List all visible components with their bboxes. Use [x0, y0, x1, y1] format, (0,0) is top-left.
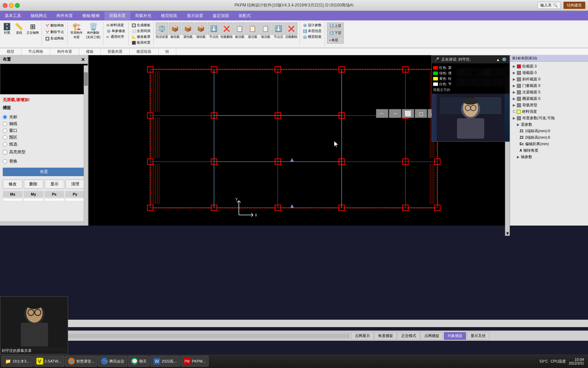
- tb-node-dead[interactable]: ⬇️ 节点恒: [208, 22, 220, 39]
- tree-z1[interactable]: Z1 1端标高(mm):0: [511, 128, 587, 134]
- lecture-settings[interactable]: ⚙️: [502, 57, 507, 62]
- modify-btn[interactable]: 修改: [3, 180, 22, 189]
- menu-floor-assembly[interactable]: 楼层组装: [156, 12, 182, 20]
- tb-modify-thick[interactable]: 📐修改板厚: [131, 34, 151, 40]
- menu-load-placement[interactable]: 荷载布置: [104, 12, 130, 20]
- tree-z2[interactable]: Z2 2端标高(mm):0: [511, 134, 587, 141]
- construct-button[interactable]: 结构建筑: [564, 2, 585, 9]
- menu-appraisal[interactable]: 鉴定加固: [208, 12, 234, 20]
- task-chat[interactable]: 💬 聊天: [128, 356, 150, 367]
- btn-show-cross[interactable]: 显示叉丝: [467, 332, 489, 340]
- nav-deselect[interactable]: ◻: [415, 109, 427, 118]
- scrollbar-thumb[interactable]: [84, 72, 88, 86]
- radio-fence[interactable]: 围区: [3, 135, 85, 140]
- tree-layout-params[interactable]: ▶ 布置参数(可改,可拖: [511, 115, 587, 121]
- radio-line-sel-input[interactable]: [3, 142, 7, 147]
- btn-point-display[interactable]: 点网显示: [351, 332, 374, 340]
- tb-dead-del[interactable]: ❌ 恒载删除: [220, 22, 233, 39]
- btn-object-capture[interactable]: 对象捕捉: [444, 332, 466, 340]
- tb-node-live[interactable]: ⬇️ 节点活: [272, 22, 284, 39]
- tree-secondary-beam[interactable]: ▶ 次梁截面 5: [511, 89, 587, 95]
- clear-btn[interactable]: 清理: [66, 180, 85, 189]
- highlight-checkbox[interactable]: 高亮类型: [3, 149, 85, 155]
- tree-axis-params[interactable]: ▶ 轴参数: [511, 154, 587, 160]
- panel-hscrollbar[interactable]: [0, 221, 88, 226]
- menu-axis-points[interactable]: 轴线网点: [26, 12, 52, 20]
- menu-assembly[interactable]: 装配式: [234, 12, 256, 20]
- arrange-button[interactable]: 布置: [3, 168, 85, 176]
- tb-beam-live[interactable]: 📋 梁活载: [246, 22, 259, 39]
- task-smartclass[interactable]: 🌐 智慧课堂...: [65, 356, 97, 367]
- tb-del-grid[interactable]: ✂️删除网格: [44, 22, 65, 29]
- menu-load-supplement[interactable]: 荷载补充: [130, 12, 156, 20]
- radio-window[interactable]: 窗口: [3, 128, 85, 134]
- tb-all-hole[interactable]: ⬜全房间洞: [131, 28, 151, 34]
- minimize-button[interactable]: [9, 3, 14, 8]
- nav-fwd[interactable]: →: [389, 109, 401, 118]
- highlight-checkbox-input[interactable]: [3, 150, 7, 154]
- radio-fence-input[interactable]: [3, 135, 7, 140]
- tb-gen-slab[interactable]: 🔲生成楼板: [131, 22, 151, 28]
- radio-cursor[interactable]: 光标: [3, 114, 85, 120]
- tb-ortho-btn[interactable]: ⊞ 正交轴网: [25, 22, 40, 36]
- nav-back[interactable]: ←: [376, 109, 388, 118]
- tree-material[interactable]: C 材料强度: [511, 108, 587, 115]
- lecture-minimize[interactable]: ▲: [496, 58, 500, 62]
- task-19[interactable]: 📁 19土木3...: [1, 356, 33, 367]
- maximize-button[interactable]: [15, 3, 20, 8]
- tb-design-params[interactable]: ⚙️设计参数: [302, 22, 323, 28]
- task-tencent[interactable]: 📹 腾讯会议: [98, 356, 127, 367]
- tb-form-grid[interactable]: 🔲形成网格: [44, 35, 65, 42]
- tree-brace-section[interactable]: ▶ 斜杆截面 0: [511, 76, 587, 82]
- tb-single-param[interactable]: ⚙️单参修改: [105, 28, 126, 34]
- btn-angle-capture[interactable]: 角度捕捉: [374, 332, 397, 340]
- tb-slab-hole[interactable]: ⬛板洞布置: [131, 40, 151, 45]
- btn-point-capture[interactable]: 点网捕捉: [421, 332, 443, 340]
- tb-wall-live[interactable]: 📋 墙活载: [259, 22, 272, 39]
- tree-beam-params[interactable]: ▶ 梁参数: [511, 121, 587, 128]
- menu-display-settings[interactable]: 显示设置: [182, 12, 208, 20]
- tree-load-type[interactable]: ▶ 荷载类型: [511, 102, 587, 108]
- btn-ortho[interactable]: 正交模式: [397, 332, 420, 340]
- close-button[interactable]: [3, 3, 7, 8]
- tb-layer-info[interactable]: ℹ️本层信息: [302, 28, 323, 34]
- tb-up-layer[interactable]: ⬆️ 上层: [327, 22, 344, 29]
- radio-line-sel[interactable]: 线选: [3, 141, 85, 147]
- menu-slab-stair[interactable]: 楼板/楼梯: [78, 12, 104, 20]
- clock[interactable]: 10:04 2022/3/31: [569, 357, 584, 365]
- radio-cursor-input[interactable]: [3, 115, 7, 119]
- tb-general-align[interactable]: ⊢通用对齐: [105, 34, 126, 40]
- menu-member-placement[interactable]: 构件布置: [52, 12, 78, 20]
- vscrollbar-down[interactable]: ▼: [505, 231, 510, 236]
- tree-angle[interactable]: A 轴转角度: [511, 147, 587, 154]
- canvas-area[interactable]: X Y 🎤 正在讲话: 刘守庄; ▲ ⚙️ 红色: 梁 绿色: 墙: [88, 55, 510, 226]
- replace-radio[interactable]: [3, 159, 7, 164]
- tb-wall-dead[interactable]: 📦 墙恒载: [195, 22, 207, 39]
- panel-scrollbar[interactable]: [84, 65, 88, 226]
- tb-line-btn[interactable]: 📏 直线: [13, 22, 24, 36]
- tree-column-section[interactable]: ▶ 柱截面 3: [511, 63, 587, 70]
- panel-close-button[interactable]: ✕: [81, 57, 85, 62]
- tree-wall-section[interactable]: ▶ 墙截面 0: [511, 70, 587, 76]
- tb-dead-live-set[interactable]: ⚖️ 恒活设置: [156, 22, 168, 39]
- display-btn[interactable]: 显示: [45, 180, 64, 189]
- radio-axis-input[interactable]: [3, 122, 7, 126]
- tb-floor-assembly[interactable]: 🏢楼层组装: [302, 34, 323, 40]
- input-toggle[interactable]: 输入关 🔍: [537, 2, 561, 9]
- tb-material[interactable]: M材料强度: [105, 22, 126, 28]
- radio-window-input[interactable]: [3, 128, 7, 133]
- tb-single-layer[interactable]: ▪ 单层: [327, 37, 344, 44]
- delete-btn[interactable]: 删除: [24, 180, 44, 189]
- tree-door-section[interactable]: ▶ 门窗截面 0: [511, 82, 587, 89]
- tb-member-del[interactable]: 🗑️ 构件删除(支持三维): [85, 22, 102, 40]
- tb-beam-dead[interactable]: 📦 梁恒载: [182, 22, 194, 39]
- task-word[interactable]: W 2022高...: [150, 356, 180, 367]
- tb-down-layer[interactable]: ⬇️ 下层: [327, 30, 344, 36]
- tb-common-member[interactable]: 🏗️ 常用构件布置: [69, 22, 84, 40]
- radio-axis[interactable]: 轴线: [3, 121, 85, 127]
- tree-ring-beam[interactable]: ▶ 圈梁截面 0: [511, 95, 587, 102]
- tree-ec[interactable]: Ec 偏轴距离(mm): [511, 141, 587, 147]
- task-satw[interactable]: V 2-SATW...: [33, 356, 64, 367]
- tb-del-node[interactable]: ✂️删除节点: [44, 29, 65, 35]
- nav-select-all[interactable]: ⬜: [402, 109, 414, 118]
